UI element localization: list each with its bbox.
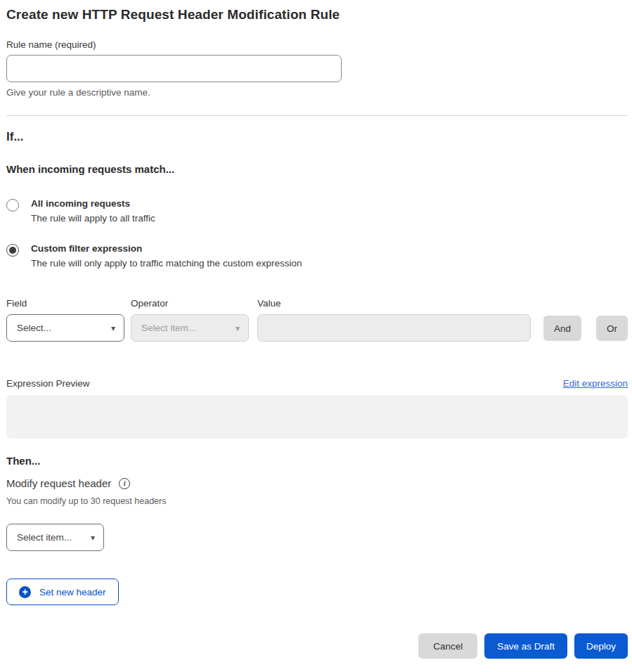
info-icon[interactable]: i bbox=[119, 478, 130, 489]
radio-option-custom-expression[interactable]: Custom filter expression The rule will o… bbox=[6, 243, 628, 269]
plus-icon: + bbox=[19, 586, 31, 598]
cancel-button[interactable]: Cancel bbox=[418, 633, 477, 659]
modify-header-row: Modify request header i bbox=[6, 477, 628, 489]
field-label: Field bbox=[6, 298, 124, 309]
operator-select-value: Select item... bbox=[141, 323, 196, 333]
match-subheading: When incoming requests match... bbox=[6, 163, 628, 175]
then-heading: Then... bbox=[6, 455, 628, 467]
value-label: Value bbox=[257, 298, 531, 309]
radio-desc-custom-expression: The rule will only apply to traffic matc… bbox=[31, 258, 302, 269]
field-select[interactable]: Select... ▾ bbox=[6, 314, 124, 342]
and-button[interactable]: And bbox=[543, 316, 581, 341]
save-as-draft-button[interactable]: Save as Draft bbox=[484, 633, 567, 659]
operator-label: Operator bbox=[131, 298, 249, 309]
operator-select: Select item... ▾ bbox=[131, 314, 249, 342]
field-select-value: Select... bbox=[17, 323, 51, 333]
edit-expression-link[interactable]: Edit expression bbox=[563, 378, 628, 389]
header-action-select-value: Select item... bbox=[17, 532, 72, 543]
radio-desc-all-requests: The rule will apply to all traffic bbox=[31, 213, 155, 224]
set-new-header-label: Set new header bbox=[39, 587, 106, 597]
radio-label-custom-expression[interactable]: Custom filter expression bbox=[31, 243, 302, 254]
expression-preview-label: Expression Preview bbox=[6, 378, 90, 389]
expression-preview-box bbox=[6, 395, 628, 439]
rule-name-label: Rule name (required) bbox=[6, 39, 628, 50]
modify-header-help: You can modify up to 30 request headers bbox=[6, 496, 628, 506]
header-action-select[interactable]: Select item... ▾ bbox=[6, 524, 104, 551]
chevron-down-icon: ▾ bbox=[91, 533, 95, 543]
modify-request-header-label: Modify request header bbox=[6, 477, 111, 489]
expression-builder-row: Field Select... ▾ Operator Select item..… bbox=[6, 298, 628, 342]
or-button[interactable]: Or bbox=[596, 316, 628, 341]
page-title: Create new HTTP Request Header Modificat… bbox=[6, 7, 628, 22]
rule-name-help: Give your rule a descriptive name. bbox=[6, 87, 628, 98]
deploy-button[interactable]: Deploy bbox=[574, 633, 628, 659]
rule-name-input[interactable] bbox=[6, 55, 342, 82]
radio-button-selected[interactable] bbox=[6, 244, 19, 257]
set-new-header-button[interactable]: + Set new header bbox=[6, 579, 119, 605]
rule-name-section: Rule name (required) Give your rule a de… bbox=[6, 39, 628, 98]
chevron-down-icon: ▾ bbox=[111, 323, 115, 333]
radio-label-all-requests[interactable]: All incoming requests bbox=[31, 198, 155, 209]
if-heading: If... bbox=[6, 130, 628, 144]
expression-preview-header: Expression Preview Edit expression bbox=[6, 378, 628, 389]
section-divider bbox=[6, 115, 628, 116]
value-input bbox=[257, 314, 531, 342]
footer-actions: Cancel Save as Draft Deploy bbox=[418, 633, 628, 659]
radio-button-unselected[interactable] bbox=[6, 199, 19, 212]
chevron-down-icon: ▾ bbox=[236, 323, 240, 333]
radio-option-all-requests[interactable]: All incoming requests The rule will appl… bbox=[6, 198, 628, 224]
